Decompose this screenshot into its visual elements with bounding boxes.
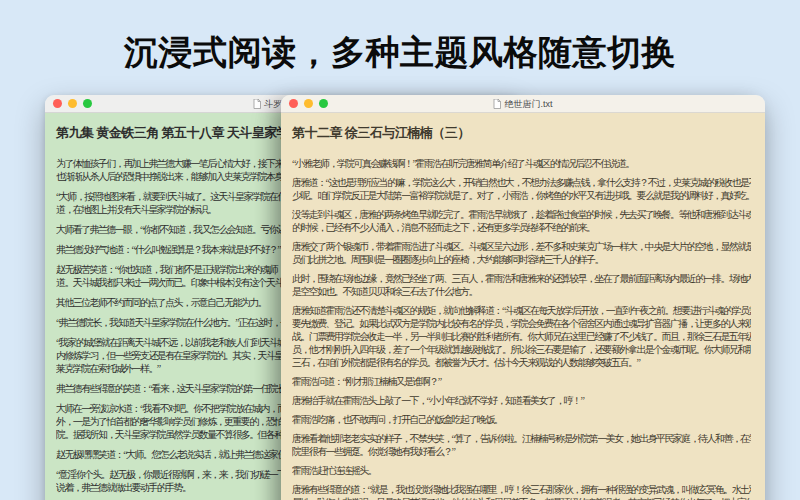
text-line: “小雅老师，学院可真会赚钱啊！”霍雨浩在听完唐雅简单介绍了斗魂区的情况后忍不住说… (292, 157, 751, 170)
paragraph: 唐雅知道霍雨浩还不清楚斗魂区的规矩，就向他解释道：“斗魂区在每天放学后开放，一直… (292, 304, 751, 369)
text-line: 是空空如也。不知道贝贝和徐三石去了什么地方。 (292, 285, 751, 298)
text-line: 唐雅看着他那老老实实的样子，不禁失笑，“算了，告诉你啦。江楠楠号称是外院第一美女… (292, 432, 751, 445)
paragraph: 唐雅交了两个银魂币，带着霍雨浩进了斗魂区。斗魂区呈六边形，差不多和史莱克广场一样… (292, 240, 751, 266)
paragraph: “小雅老师，学院可真会赚钱啊！”霍雨浩在听完唐雅简单介绍了斗魂区的情况后忍不住说… (292, 157, 751, 170)
text-line: 霍雨浩问道：“刚才那江楠楠又是谁啊？” (292, 375, 751, 388)
text-line: 要先缴费、登记。如果比试双方是学院内比较有名的学员，学院会免费在各个宿舍区内通过… (292, 317, 751, 330)
text-line: 院里很有一些拥趸。你觉得她有我好看么？” (292, 445, 751, 458)
text-line: 此时，围绕在场地边缘，竟然已经坐了两、三百人，霍雨浩和唐雅来的还算较早，坐在了最… (292, 272, 751, 285)
paragraph: 霍雨浩赶忙连连摇头。 (292, 464, 751, 477)
document-icon (493, 99, 501, 109)
text-line: 员们比拼之地。周围则是一圈圈逐步向上的座椅，大约能够同时容纳三千人的样子。 (292, 253, 751, 266)
text-line: 员，他才刚刚升入四年级，差了一个年级就算越级挑战了。所以徐三石要是输了，还要额外… (292, 343, 751, 356)
paragraph: 唐雅道：“这也是理所应当的嘛，学院这么大，开销自然也大，不想办法多赚点钱，拿什么… (292, 176, 751, 202)
text-line: 唐雅抬手就在霍雨浩头上敲了一下，“小小年纪就不学好，知道看美女了，哼！” (292, 394, 751, 407)
text-line: 的时候，已经有不少人涌入，消息不胫而走之下，还有更多学员络绎不绝的前来。 (292, 221, 751, 234)
text-line: 没等走到斗魂区，唐雅的两条烤鱼早就吃完了。霍雨浩早就饿了，趁着路过食堂的时候，先… (292, 208, 751, 221)
text-line: 战。门票费用学院会收走一半，另一半则归比赛的胜利者所有。你大师兄在这里已经赚了不… (292, 330, 751, 343)
text-line: 三石，在咱们外院都是很有名的学员。都被誉为天才。估计今天来观战的人数能够突破五百… (292, 356, 751, 369)
window-title: 绝世唐门.txt (281, 95, 765, 113)
paragraph: 没等走到斗魂区，唐雅的两条烤鱼早就吃完了。霍雨浩早就饿了，趁着路过食堂的时候，先… (292, 208, 751, 234)
reader-text: “小雅老师，学院可真会赚钱啊！”霍雨浩在听完唐雅简单介绍了斗魂区的情况后忍不住说… (292, 157, 751, 500)
reader-content[interactable]: 第十二章 徐三石与江楠楠（三） “小雅老师，学院可真会赚钱啊！”霍雨浩在听完唐雅… (281, 113, 765, 500)
paragraph: 此时，围绕在场地边缘，竟然已经坐了两、三百人，霍雨浩和唐雅来的还算较早，坐在了最… (292, 272, 751, 298)
text-line: 唐雅交了两个银魂币，带着霍雨浩进了斗魂区。斗魂区呈六边形，差不多和史莱克广场一样… (292, 240, 751, 253)
paragraph: 唐雅抬手就在霍雨浩头上敲了一下，“小小年纪就不学好，知道看美女了，哼！” (292, 394, 751, 407)
paragraph: 唐雅看着他那老老实实的样子，不禁失笑，“算了，告诉你啦。江楠楠号称是外院第一美女… (292, 432, 751, 458)
text-line: 属性，防御力非常强，只是略显苦逼了些。他的修为和贝贝差不多，都是顶级的魂尊强者，… (292, 496, 751, 500)
text-line: 唐雅道：“这也是理所应当的嘛，学院这么大，开销自然也大，不想办法多赚点钱，拿什么… (292, 176, 751, 189)
text-line: 唐雅有些得意的道：“就是，我也没觉得她比我强在哪里，哼！徐三石那家伙，拥有一种很… (292, 483, 751, 496)
paragraph: 霍雨浩吃痛，也不敢再问，打开自己的饭盒吃起了晚饭。 (292, 413, 751, 426)
paragraph: 唐雅有些得意的道：“就是，我也没觉得她比我强在哪里，哼！徐三石那家伙，拥有一种很… (292, 483, 751, 500)
page-title: 沉浸式阅读，多种主题风格随意切换 (0, 30, 800, 76)
chapter-heading: 第十二章 徐三石与江楠楠（三） (292, 124, 751, 142)
paragraph: 霍雨浩问道：“刚才那江楠楠又是谁啊？” (292, 375, 751, 388)
window-titlebar[interactable]: 绝世唐门.txt (281, 95, 765, 113)
reader-window-tangmen: 绝世唐门.txt 第十二章 徐三石与江楠楠（三） “小雅老师，学院可真会赚钱啊！… (281, 95, 765, 500)
text-line: 少呢。咱们学院反正是大陆第一富裕学院就是了。对了，小雨浩，你烤鱼的水平又有进步哦… (292, 189, 751, 202)
document-icon (253, 99, 261, 109)
text-line: 唐雅知道霍雨浩还不清楚斗魂区的规矩，就向他解释道：“斗魂区在每天放学后开放，一直… (292, 304, 751, 317)
text-line: 霍雨浩赶忙连连摇头。 (292, 464, 751, 477)
text-line: 霍雨浩吃痛，也不敢再问，打开自己的饭盒吃起了晚饭。 (292, 413, 751, 426)
window-title-text: 绝世唐门.txt (504, 95, 552, 113)
